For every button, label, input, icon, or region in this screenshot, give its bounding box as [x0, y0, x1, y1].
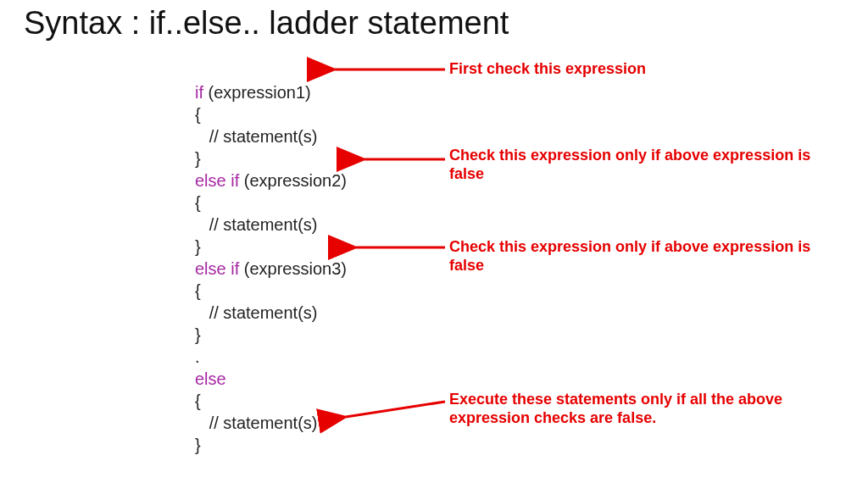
stmt: // statement(s) [195, 215, 317, 234]
annotation-4: Execute these statements only if all the… [449, 390, 839, 427]
arrow-4 [346, 402, 445, 417]
expr3: (expression3) [239, 259, 347, 278]
brace: { [195, 281, 201, 300]
stmt: // statement(s) [195, 414, 317, 432]
annotation-3: Check this expression only if above expr… [449, 237, 848, 275]
kw-if: if [195, 83, 203, 102]
brace: } [195, 325, 201, 344]
annotation-1: First check this expression [449, 59, 646, 78]
expr1: (expression1) [203, 83, 311, 102]
brace: } [195, 149, 201, 168]
annotation-2: Check this expression only if above expr… [449, 146, 822, 183]
line-if: if (expression1) [195, 83, 311, 102]
dot: . [195, 347, 200, 366]
stmt: // statement(s) [195, 303, 317, 322]
brace: } [195, 436, 201, 454]
brace: { [195, 193, 201, 212]
page-title: Syntax : if..else.. ladder statement [24, 5, 509, 42]
line-else: else [195, 369, 226, 388]
expr2: (expression2) [239, 171, 347, 190]
brace: { [195, 105, 201, 124]
stmt: // statement(s) [195, 127, 317, 146]
kw-else: else [195, 369, 226, 388]
line-elseif1: else if (expression2) [195, 171, 347, 190]
code-block: if (expression1) { // statement(s) } els… [195, 59, 347, 456]
brace: } [195, 237, 201, 256]
brace: { [195, 391, 201, 410]
kw-elseif: else if [195, 259, 239, 278]
kw-elseif: else if [195, 171, 239, 190]
line-elseif2: else if (expression3) [195, 259, 347, 278]
